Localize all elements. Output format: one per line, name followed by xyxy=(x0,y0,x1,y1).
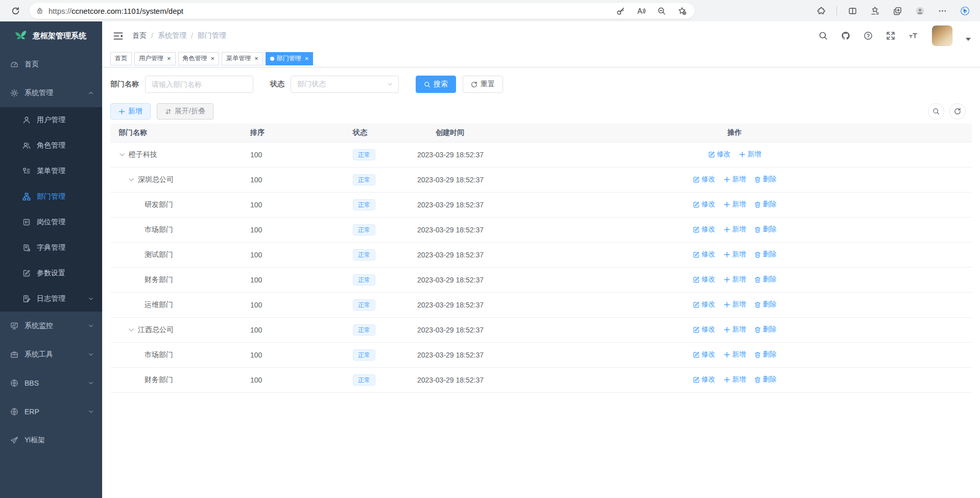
sidebar-item-role-mgmt[interactable]: 角色管理 xyxy=(0,133,102,158)
tab-dept-mgmt[interactable]: 部门管理× xyxy=(266,52,314,65)
sidebar-item-system-mgmt[interactable]: 系统管理 xyxy=(0,79,102,107)
tab-label: 部门管理 xyxy=(277,54,301,63)
action-delete-link[interactable]: 删除 xyxy=(754,225,777,234)
sidebar-collapse-icon[interactable] xyxy=(113,32,123,40)
status-badge: 正常 xyxy=(353,249,375,260)
bing-button[interactable] xyxy=(955,2,974,19)
sort-cell: 100 xyxy=(250,342,353,367)
action-edit-link[interactable]: 修改 xyxy=(693,325,715,334)
profile-button[interactable] xyxy=(911,2,929,19)
sidebar-item-bbs[interactable]: BBS xyxy=(0,369,102,397)
action-edit-link[interactable]: 修改 xyxy=(693,200,715,209)
chevron-down-icon xyxy=(88,351,94,358)
search-icon[interactable] xyxy=(819,31,828,40)
action-add-link[interactable]: 新增 xyxy=(724,250,746,259)
avatar-caret-down-icon[interactable] xyxy=(966,38,971,41)
sidebar-item-dict-mgmt[interactable]: 字典管理 xyxy=(0,235,102,260)
action-edit-link[interactable]: 修改 xyxy=(708,150,731,159)
action-add-link[interactable]: 新增 xyxy=(724,325,746,334)
action-add-link[interactable]: 新增 xyxy=(724,350,746,359)
status-badge: 正常 xyxy=(353,174,375,185)
sidebar-item-erp[interactable]: ERP xyxy=(0,397,102,426)
sidebar-item-dept-mgmt[interactable]: 部门管理 xyxy=(0,184,102,209)
sidebar-item-log-mgmt[interactable]: 日志管理 xyxy=(0,286,102,312)
more-button[interactable] xyxy=(933,2,951,19)
action-label: 新增 xyxy=(732,350,746,359)
sidebar-item-system-monitor[interactable]: 系统监控 xyxy=(0,312,102,340)
hide-search-button[interactable] xyxy=(928,103,944,120)
read-aloud-button[interactable] xyxy=(632,4,650,18)
address-bar[interactable]: https://ccnetcore.com:1101/system/dept xyxy=(30,3,695,19)
app-logo[interactable]: 意框架管理系统 xyxy=(0,21,102,50)
font-size-icon[interactable] xyxy=(909,31,918,40)
sidebar-item-menu-mgmt[interactable]: 菜单管理 xyxy=(0,158,102,184)
tab-home[interactable]: 首页 xyxy=(110,52,132,65)
action-add-link[interactable]: 新增 xyxy=(724,375,746,384)
chevron-down-icon[interactable] xyxy=(118,151,126,158)
action-delete-link[interactable]: 删除 xyxy=(754,325,777,334)
action-add-link[interactable]: 新增 xyxy=(739,150,761,159)
fullscreen-icon[interactable] xyxy=(886,31,895,40)
question-icon[interactable] xyxy=(864,31,873,40)
add-button[interactable]: 新增 xyxy=(110,103,151,120)
action-edit-link[interactable]: 修改 xyxy=(693,375,715,384)
action-edit-link[interactable]: 修改 xyxy=(693,250,715,259)
star-plus-icon xyxy=(678,7,686,15)
sidebar-item-user-mgmt[interactable]: 用户管理 xyxy=(0,107,102,133)
action-delete-link[interactable]: 删除 xyxy=(754,350,777,359)
tab-menu-mgmt[interactable]: 菜单管理× xyxy=(222,52,263,65)
sidebar-item-param-settings[interactable]: 参数设置 xyxy=(0,260,102,286)
action-edit-link[interactable]: 修改 xyxy=(693,225,715,234)
chevron-down-icon[interactable] xyxy=(128,326,135,334)
action-delete-link[interactable]: 删除 xyxy=(754,200,777,209)
search-button[interactable]: 搜索 xyxy=(416,76,456,93)
key-button[interactable] xyxy=(612,4,629,18)
reload-button[interactable] xyxy=(5,2,26,19)
close-icon[interactable]: × xyxy=(167,55,171,62)
url-path: ccnetcore.com:1101/system/dept xyxy=(71,7,183,15)
sidebar-item-yi-framework[interactable]: Yi框架 xyxy=(0,426,102,455)
action-add-link[interactable]: 新增 xyxy=(724,275,746,284)
edit-pencil-icon xyxy=(693,301,700,308)
refresh-table-button[interactable] xyxy=(949,103,966,120)
tab-user-mgmt[interactable]: 用户管理× xyxy=(134,52,176,65)
action-add-link[interactable]: 新增 xyxy=(724,225,746,234)
action-add-link[interactable]: 新增 xyxy=(724,200,746,209)
tab-role-mgmt[interactable]: 角色管理× xyxy=(178,52,220,65)
breadcrumb-item[interactable]: 首页 xyxy=(132,31,147,40)
action-delete-link[interactable]: 删除 xyxy=(754,300,777,309)
sidebar-item-home[interactable]: 首页 xyxy=(0,50,102,79)
status-select[interactable]: 部门状态 xyxy=(291,76,399,93)
reset-button[interactable]: 重置 xyxy=(463,76,503,93)
split-screen-button[interactable] xyxy=(843,2,862,19)
column-header: 操作 xyxy=(608,124,862,142)
collections-button[interactable] xyxy=(866,2,884,19)
expand-collapse-button[interactable]: 展开/折叠 xyxy=(157,103,213,120)
action-edit-link[interactable]: 修改 xyxy=(693,300,715,309)
trash-icon xyxy=(754,326,761,333)
dashboard-icon xyxy=(10,60,18,68)
dept-name-input[interactable] xyxy=(145,76,253,93)
action-delete-link[interactable]: 删除 xyxy=(754,175,777,184)
action-edit-link[interactable]: 修改 xyxy=(693,275,715,284)
tab-new-button[interactable] xyxy=(888,2,906,19)
action-delete-link[interactable]: 删除 xyxy=(754,275,777,284)
close-icon[interactable]: × xyxy=(211,55,215,62)
chevron-down-icon[interactable] xyxy=(128,176,135,183)
close-icon[interactable]: × xyxy=(305,55,309,62)
action-edit-link[interactable]: 修改 xyxy=(693,175,715,184)
action-add-link[interactable]: 新增 xyxy=(724,300,746,309)
action-delete-link[interactable]: 删除 xyxy=(754,250,777,259)
edit-pencil-icon xyxy=(693,226,700,233)
action-add-link[interactable]: 新增 xyxy=(724,175,746,184)
zoom-out-button[interactable] xyxy=(653,4,670,18)
sidebar-item-post-mgmt[interactable]: 岗位管理 xyxy=(0,209,102,235)
action-edit-link[interactable]: 修改 xyxy=(693,350,715,359)
action-delete-link[interactable]: 删除 xyxy=(754,375,777,384)
star-plus-button[interactable] xyxy=(673,4,690,18)
puzzle-button[interactable] xyxy=(812,2,830,19)
github-icon[interactable] xyxy=(841,31,850,40)
sidebar-item-system-tools[interactable]: 系统工具 xyxy=(0,340,102,369)
close-icon[interactable]: × xyxy=(254,55,258,62)
user-avatar[interactable] xyxy=(932,26,952,46)
